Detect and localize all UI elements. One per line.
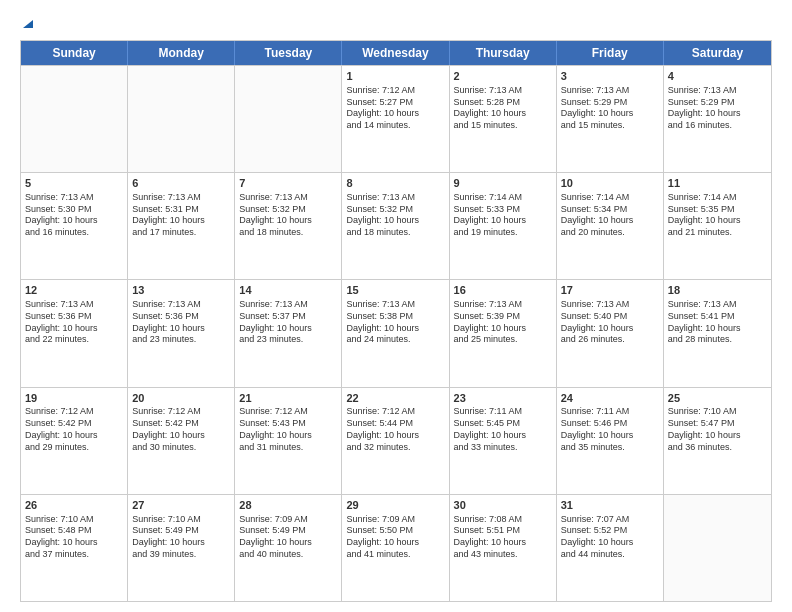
calendar-header-cell: Thursday (450, 41, 557, 65)
cell-date-number: 23 (454, 391, 552, 406)
calendar-cell (664, 495, 771, 601)
cell-info-text: Sunrise: 7:12 AM Sunset: 5:43 PM Dayligh… (239, 406, 337, 453)
calendar-cell: 7Sunrise: 7:13 AM Sunset: 5:32 PM Daylig… (235, 173, 342, 279)
calendar-cell: 26Sunrise: 7:10 AM Sunset: 5:48 PM Dayli… (21, 495, 128, 601)
calendar-cell: 3Sunrise: 7:13 AM Sunset: 5:29 PM Daylig… (557, 66, 664, 172)
cell-info-text: Sunrise: 7:11 AM Sunset: 5:46 PM Dayligh… (561, 406, 659, 453)
cell-info-text: Sunrise: 7:13 AM Sunset: 5:29 PM Dayligh… (561, 85, 659, 132)
cell-date-number: 11 (668, 176, 767, 191)
cell-date-number: 22 (346, 391, 444, 406)
cell-info-text: Sunrise: 7:14 AM Sunset: 5:33 PM Dayligh… (454, 192, 552, 239)
cell-info-text: Sunrise: 7:13 AM Sunset: 5:36 PM Dayligh… (132, 299, 230, 346)
cell-date-number: 25 (668, 391, 767, 406)
cell-date-number: 9 (454, 176, 552, 191)
cell-info-text: Sunrise: 7:13 AM Sunset: 5:41 PM Dayligh… (668, 299, 767, 346)
cell-info-text: Sunrise: 7:13 AM Sunset: 5:32 PM Dayligh… (239, 192, 337, 239)
cell-date-number: 31 (561, 498, 659, 513)
cell-info-text: Sunrise: 7:13 AM Sunset: 5:32 PM Dayligh… (346, 192, 444, 239)
cell-info-text: Sunrise: 7:13 AM Sunset: 5:39 PM Dayligh… (454, 299, 552, 346)
cell-date-number: 18 (668, 283, 767, 298)
calendar-cell (235, 66, 342, 172)
calendar-header-cell: Sunday (21, 41, 128, 65)
calendar-row: 26Sunrise: 7:10 AM Sunset: 5:48 PM Dayli… (21, 494, 771, 601)
calendar-cell: 21Sunrise: 7:12 AM Sunset: 5:43 PM Dayli… (235, 388, 342, 494)
calendar-cell: 1Sunrise: 7:12 AM Sunset: 5:27 PM Daylig… (342, 66, 449, 172)
cell-date-number: 12 (25, 283, 123, 298)
cell-date-number: 4 (668, 69, 767, 84)
calendar-cell (128, 66, 235, 172)
cell-info-text: Sunrise: 7:13 AM Sunset: 5:28 PM Dayligh… (454, 85, 552, 132)
cell-date-number: 27 (132, 498, 230, 513)
calendar-body: 1Sunrise: 7:12 AM Sunset: 5:27 PM Daylig… (21, 65, 771, 601)
cell-date-number: 17 (561, 283, 659, 298)
calendar-row: 19Sunrise: 7:12 AM Sunset: 5:42 PM Dayli… (21, 387, 771, 494)
calendar-row: 12Sunrise: 7:13 AM Sunset: 5:36 PM Dayli… (21, 279, 771, 386)
calendar-cell: 17Sunrise: 7:13 AM Sunset: 5:40 PM Dayli… (557, 280, 664, 386)
calendar-header-cell: Monday (128, 41, 235, 65)
calendar-cell: 18Sunrise: 7:13 AM Sunset: 5:41 PM Dayli… (664, 280, 771, 386)
cell-date-number: 24 (561, 391, 659, 406)
cell-info-text: Sunrise: 7:13 AM Sunset: 5:30 PM Dayligh… (25, 192, 123, 239)
cell-date-number: 19 (25, 391, 123, 406)
cell-info-text: Sunrise: 7:14 AM Sunset: 5:35 PM Dayligh… (668, 192, 767, 239)
cell-date-number: 6 (132, 176, 230, 191)
calendar-header-cell: Friday (557, 41, 664, 65)
calendar-cell: 23Sunrise: 7:11 AM Sunset: 5:45 PM Dayli… (450, 388, 557, 494)
cell-date-number: 29 (346, 498, 444, 513)
cell-date-number: 20 (132, 391, 230, 406)
calendar-cell: 15Sunrise: 7:13 AM Sunset: 5:38 PM Dayli… (342, 280, 449, 386)
calendar-header-cell: Saturday (664, 41, 771, 65)
cell-date-number: 5 (25, 176, 123, 191)
cell-info-text: Sunrise: 7:14 AM Sunset: 5:34 PM Dayligh… (561, 192, 659, 239)
logo-icon (21, 16, 35, 30)
calendar-cell: 22Sunrise: 7:12 AM Sunset: 5:44 PM Dayli… (342, 388, 449, 494)
cell-info-text: Sunrise: 7:12 AM Sunset: 5:42 PM Dayligh… (25, 406, 123, 453)
calendar-cell: 6Sunrise: 7:13 AM Sunset: 5:31 PM Daylig… (128, 173, 235, 279)
cell-info-text: Sunrise: 7:13 AM Sunset: 5:36 PM Dayligh… (25, 299, 123, 346)
calendar-cell: 4Sunrise: 7:13 AM Sunset: 5:29 PM Daylig… (664, 66, 771, 172)
calendar-cell: 8Sunrise: 7:13 AM Sunset: 5:32 PM Daylig… (342, 173, 449, 279)
cell-date-number: 3 (561, 69, 659, 84)
calendar-row: 5Sunrise: 7:13 AM Sunset: 5:30 PM Daylig… (21, 172, 771, 279)
cell-info-text: Sunrise: 7:13 AM Sunset: 5:31 PM Dayligh… (132, 192, 230, 239)
cell-date-number: 1 (346, 69, 444, 84)
cell-info-text: Sunrise: 7:11 AM Sunset: 5:45 PM Dayligh… (454, 406, 552, 453)
calendar-cell: 27Sunrise: 7:10 AM Sunset: 5:49 PM Dayli… (128, 495, 235, 601)
cell-info-text: Sunrise: 7:10 AM Sunset: 5:49 PM Dayligh… (132, 514, 230, 561)
calendar-cell: 20Sunrise: 7:12 AM Sunset: 5:42 PM Dayli… (128, 388, 235, 494)
calendar-cell: 31Sunrise: 7:07 AM Sunset: 5:52 PM Dayli… (557, 495, 664, 601)
calendar-row: 1Sunrise: 7:12 AM Sunset: 5:27 PM Daylig… (21, 65, 771, 172)
calendar-header: SundayMondayTuesdayWednesdayThursdayFrid… (21, 41, 771, 65)
cell-info-text: Sunrise: 7:09 AM Sunset: 5:50 PM Dayligh… (346, 514, 444, 561)
cell-date-number: 16 (454, 283, 552, 298)
cell-date-number: 2 (454, 69, 552, 84)
logo (20, 16, 36, 30)
calendar-cell: 13Sunrise: 7:13 AM Sunset: 5:36 PM Dayli… (128, 280, 235, 386)
calendar-cell: 10Sunrise: 7:14 AM Sunset: 5:34 PM Dayli… (557, 173, 664, 279)
cell-date-number: 10 (561, 176, 659, 191)
cell-info-text: Sunrise: 7:09 AM Sunset: 5:49 PM Dayligh… (239, 514, 337, 561)
cell-date-number: 21 (239, 391, 337, 406)
cell-date-number: 15 (346, 283, 444, 298)
calendar-cell: 12Sunrise: 7:13 AM Sunset: 5:36 PM Dayli… (21, 280, 128, 386)
calendar-cell: 14Sunrise: 7:13 AM Sunset: 5:37 PM Dayli… (235, 280, 342, 386)
cell-info-text: Sunrise: 7:13 AM Sunset: 5:38 PM Dayligh… (346, 299, 444, 346)
cell-date-number: 26 (25, 498, 123, 513)
calendar-cell: 24Sunrise: 7:11 AM Sunset: 5:46 PM Dayli… (557, 388, 664, 494)
calendar-cell: 2Sunrise: 7:13 AM Sunset: 5:28 PM Daylig… (450, 66, 557, 172)
cell-date-number: 28 (239, 498, 337, 513)
calendar-cell: 28Sunrise: 7:09 AM Sunset: 5:49 PM Dayli… (235, 495, 342, 601)
cell-info-text: Sunrise: 7:13 AM Sunset: 5:29 PM Dayligh… (668, 85, 767, 132)
svg-marker-0 (23, 20, 33, 28)
calendar-header-cell: Tuesday (235, 41, 342, 65)
cell-info-text: Sunrise: 7:12 AM Sunset: 5:42 PM Dayligh… (132, 406, 230, 453)
calendar-cell: 19Sunrise: 7:12 AM Sunset: 5:42 PM Dayli… (21, 388, 128, 494)
cell-info-text: Sunrise: 7:07 AM Sunset: 5:52 PM Dayligh… (561, 514, 659, 561)
cell-info-text: Sunrise: 7:12 AM Sunset: 5:44 PM Dayligh… (346, 406, 444, 453)
calendar: SundayMondayTuesdayWednesdayThursdayFrid… (20, 40, 772, 602)
cell-date-number: 14 (239, 283, 337, 298)
calendar-cell: 11Sunrise: 7:14 AM Sunset: 5:35 PM Dayli… (664, 173, 771, 279)
cell-info-text: Sunrise: 7:12 AM Sunset: 5:27 PM Dayligh… (346, 85, 444, 132)
cell-info-text: Sunrise: 7:13 AM Sunset: 5:37 PM Dayligh… (239, 299, 337, 346)
cell-info-text: Sunrise: 7:13 AM Sunset: 5:40 PM Dayligh… (561, 299, 659, 346)
